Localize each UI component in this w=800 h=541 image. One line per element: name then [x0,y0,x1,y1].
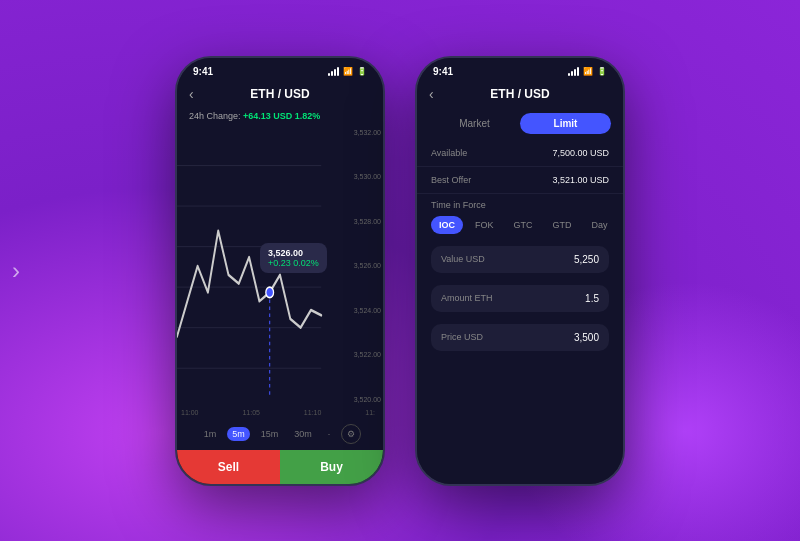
status-time-2: 9:41 [433,66,453,77]
change-bar: 24h Change: +64.13 USD 1.82% [177,107,383,125]
phones-container: 9:41 📶 🔋 ‹ ETH / USD 24h Change: +64.13 … [0,0,800,541]
wifi-icon-1: 📶 [343,67,353,76]
chart-title: ETH / USD [250,87,309,101]
chart-phone: 9:41 📶 🔋 ‹ ETH / USD 24h Change: +64.13 … [175,56,385,486]
value-usd-field[interactable]: Value USD 5,250 [431,246,609,273]
tooltip-change: +0.23 0.02% [268,258,319,268]
chart-content: 24h Change: +64.13 USD 1.82% 3,532.00 3,… [177,107,383,484]
phone-header-2: ‹ ETH / USD [417,81,623,107]
signal-icon-1 [328,67,339,76]
available-value: 7,500.00 USD [552,148,609,158]
chart-settings-button[interactable]: ⚙ [341,424,361,444]
tf-15m[interactable]: 15m [256,427,284,441]
tif-buttons: IOC FOK GTC GTD Day [431,216,609,234]
status-bar-1: 9:41 📶 🔋 [177,58,383,81]
tf-5m[interactable]: 5m [227,427,250,441]
time-label-1: 11:05 [242,409,260,416]
status-icons-1: 📶 🔋 [328,67,367,76]
tif-fok[interactable]: FOK [467,216,502,234]
sell-button[interactable]: Sell [177,450,280,484]
best-offer-label: Best Offer [431,175,471,185]
tf-dot: · [323,427,336,441]
price-label-4: 3,524.00 [337,307,381,314]
signal-icon-2 [568,67,579,76]
best-offer-value: 3,521.00 USD [552,175,609,185]
order-title: ETH / USD [490,87,549,101]
best-offer-row: Best Offer 3,521.00 USD [417,167,623,194]
price-usd-value: 3,500 [574,332,599,343]
price-label-2: 3,528.00 [337,218,381,225]
time-label-0: 11:00 [181,409,199,416]
tab-limit[interactable]: Limit [520,113,611,134]
back-button-2[interactable]: ‹ [429,86,434,102]
price-usd-field[interactable]: Price USD 3,500 [431,324,609,351]
time-label-2: 11:10 [304,409,322,416]
amount-eth-label: Amount ETH [441,293,493,303]
chart-tooltip: 3,526.00 +0.23 0.02% [260,243,327,273]
tf-1m[interactable]: 1m [199,427,222,441]
price-label-6: 3,520.00 [337,396,381,403]
amount-eth-value: 1.5 [585,293,599,304]
status-time-1: 9:41 [193,66,213,77]
tooltip-price: 3,526.00 [268,248,319,258]
value-usd-label: Value USD [441,254,485,264]
value-usd-value: 5,250 [574,254,599,265]
battery-icon-2: 🔋 [597,67,607,76]
status-icons-2: 📶 🔋 [568,67,607,76]
price-labels: 3,532.00 3,530.00 3,528.00 3,526.00 3,52… [335,125,383,407]
price-label-0: 3,532.00 [337,129,381,136]
tif-gtc[interactable]: GTC [506,216,541,234]
time-label-3: 11: [365,409,375,416]
price-label-1: 3,530.00 [337,173,381,180]
back-button-1[interactable]: ‹ [189,86,194,102]
phone-header-1: ‹ ETH / USD [177,81,383,107]
chart-area[interactable]: 3,532.00 3,530.00 3,528.00 3,526.00 3,52… [177,125,383,407]
tif-day[interactable]: Day [584,216,616,234]
tf-30m[interactable]: 30m [289,427,317,441]
amount-eth-field[interactable]: Amount ETH 1.5 [431,285,609,312]
tif-section: Time in Force IOC FOK GTC GTD Day [417,194,623,240]
battery-icon-1: 🔋 [357,67,367,76]
available-row: Available 7,500.00 USD [417,140,623,167]
order-phone: 9:41 📶 🔋 ‹ ETH / USD Market Limit [415,56,625,486]
price-label-3: 3,526.00 [337,262,381,269]
tab-market[interactable]: Market [429,113,520,134]
price-label-5: 3,522.00 [337,351,381,358]
buy-button[interactable]: Buy [280,450,383,484]
status-bar-2: 9:41 📶 🔋 [417,58,623,81]
tab-bar: Market Limit [417,107,623,140]
tif-label: Time in Force [431,200,609,210]
action-bar: Sell Buy [177,450,383,484]
price-usd-label: Price USD [441,332,483,342]
wifi-icon-2: 📶 [583,67,593,76]
tif-ioc[interactable]: IOC [431,216,463,234]
change-value: +64.13 USD 1.82% [243,111,320,121]
tif-gtd[interactable]: GTD [545,216,580,234]
order-content: Market Limit Available 7,500.00 USD Best… [417,107,623,484]
time-labels: 11:00 11:05 11:10 11: [177,407,383,418]
left-nav-arrow[interactable]: › [12,257,20,285]
available-label: Available [431,148,467,158]
change-label: 24h Change: [189,111,241,121]
timeframe-bar: 1m 5m 15m 30m · ⚙ [177,418,383,450]
